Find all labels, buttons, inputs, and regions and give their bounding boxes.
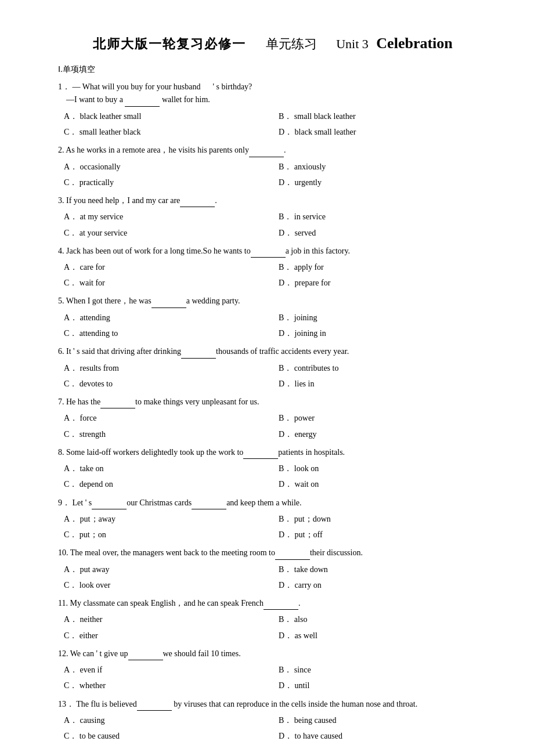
options-row-13-1: C． to be causedD． to have caused	[58, 729, 488, 743]
question-11: 11. My classmate can speak English，and h…	[58, 597, 488, 643]
question-2: 2. As he works in a remote area，he visit…	[58, 144, 488, 190]
question-5: 5. When I got there，he was a wedding par…	[58, 295, 488, 341]
options-row-6-0: A． results fromB． contributes to	[58, 361, 488, 375]
option-4-0-left: A． care for	[58, 260, 273, 274]
option-7-1-left: C． strength	[58, 427, 273, 442]
option-10-1-left: C． look over	[58, 578, 273, 592]
option-7-1-right: D． energy	[273, 427, 488, 442]
option-6-1-left: C． devotes to	[58, 377, 273, 391]
title-celebration: Celebration	[376, 35, 452, 52]
title-section: 北师大版一轮复习必修一 单元练习 Unit 3 Celebration	[58, 35, 488, 53]
question-text-11: 11. My classmate can speak English，and h…	[58, 597, 488, 610]
option-12-1-left: C． whether	[58, 678, 273, 693]
options-row-7-1: C． strengthD． energy	[58, 427, 488, 442]
question-text-6: 6. It ' s said that driving after drinki…	[58, 345, 488, 358]
q-num-7: 7.	[58, 397, 64, 406]
option-2-1-left: C． practically	[58, 175, 273, 190]
option-9-0-right: B． put；down	[273, 512, 488, 526]
options-row-11-1: C． eitherD． as well	[58, 628, 488, 643]
option-3-1-right: D． served	[273, 226, 488, 240]
options-row-9-0: A． put；awayB． put；down	[58, 512, 488, 526]
question-text-1: 1． — What will you buy for your husband …	[58, 81, 488, 107]
question-text-12: 12. We can ' t give up we should fail 10…	[58, 648, 488, 660]
title-sub: 单元练习	[266, 37, 317, 51]
options-row-1-1: C． small leather blackD． black small lea…	[58, 125, 488, 139]
option-1-1-right: D． black small leather	[273, 125, 488, 139]
q-num-4: 4.	[58, 247, 64, 255]
question-9: 9． Let ' s our Christmas cards and keep …	[58, 497, 488, 542]
option-2-1-right: D． urgently	[273, 175, 488, 190]
options-row-3-1: C． at your serviceD． served	[58, 226, 488, 240]
option-4-0-right: B． apply for	[273, 260, 488, 274]
question-text-7: 7. He has the to make things very unplea…	[58, 396, 488, 408]
option-11-0-left: A． neither	[58, 612, 273, 627]
question-text-4: 4. Jack has been out of work for a long …	[58, 245, 488, 258]
q-num-2: 2.	[58, 146, 64, 154]
option-3-0-right: B． in service	[273, 209, 488, 224]
options-row-6-1: C． devotes toD． lies in	[58, 377, 488, 391]
option-6-0-right: B． contributes to	[273, 361, 488, 375]
options-row-1-0: A． black leather smallB． small black lea…	[58, 109, 488, 124]
question-6: 6. It ' s said that driving after drinki…	[58, 345, 488, 391]
option-1-0-left: A． black leather small	[58, 109, 273, 124]
option-13-0-right: B． being caused	[273, 713, 488, 728]
options-row-3-0: A． at my serviceB． in service	[58, 209, 488, 224]
option-11-1-left: C． either	[58, 628, 273, 643]
options-row-9-1: C． put；onD． put；off	[58, 527, 488, 542]
section-header: Ⅰ.单项填空	[58, 64, 488, 75]
option-4-1-right: D． prepare for	[273, 276, 488, 290]
option-1-0-right: B． small black leather	[273, 109, 488, 124]
options-row-10-0: A． put awayB． take down	[58, 562, 488, 577]
option-6-0-left: A． results from	[58, 361, 273, 375]
options-row-11-0: A． neitherB． also	[58, 612, 488, 627]
options-row-2-0: A． occasionallyB． anxiously	[58, 160, 488, 174]
q-num-12: 12.	[58, 649, 68, 658]
option-11-0-right: B． also	[273, 612, 488, 627]
q13-num: 13．	[58, 700, 74, 708]
q9-num: 9．	[58, 498, 70, 507]
options-row-8-0: A． take onB． look on	[58, 461, 488, 476]
option-5-0-right: B． joining	[273, 310, 488, 325]
q-num-5: 5.	[58, 296, 64, 305]
option-8-0-left: A． take on	[58, 461, 273, 476]
question-13: 13． The flu is believed by viruses that …	[58, 698, 488, 744]
options-row-5-1: C． attending toD． joining in	[58, 326, 488, 341]
option-8-1-left: C． depend on	[58, 477, 273, 491]
options-row-2-1: C． practicallyD． urgently	[58, 175, 488, 190]
option-13-0-left: A． causing	[58, 713, 273, 728]
option-10-0-right: B． take down	[273, 562, 488, 577]
options-row-12-1: C． whetherD． until	[58, 678, 488, 693]
title-unit: Unit 3	[336, 37, 369, 51]
question-text-9: 9． Let ' s our Christmas cards and keep …	[58, 497, 488, 509]
option-8-1-right: D． wait on	[273, 477, 488, 491]
option-7-0-right: B． power	[273, 411, 488, 425]
option-12-0-left: A． even if	[58, 663, 273, 677]
option-1-1-left: C． small leather black	[58, 125, 273, 139]
question-text-8: 8. Some laid-off workers delightedly too…	[58, 446, 488, 459]
question-3: 3. If you need help，I and my car are .A．…	[58, 194, 488, 240]
option-7-0-left: A． force	[58, 411, 273, 425]
option-12-0-right: B． since	[273, 663, 488, 677]
option-13-1-left: C． to be caused	[58, 729, 273, 743]
option-2-0-left: A． occasionally	[58, 160, 273, 174]
option-3-1-left: C． at your service	[58, 226, 273, 240]
options-row-10-1: C． look overD． carry on	[58, 578, 488, 592]
option-10-0-left: A． put away	[58, 562, 273, 577]
option-9-1-right: D． put；off	[273, 527, 488, 542]
question-1: 1． — What will you buy for your husband …	[58, 81, 488, 139]
question-8: 8. Some laid-off workers delightedly too…	[58, 446, 488, 492]
option-4-1-left: C． wait for	[58, 276, 273, 290]
question-4: 4. Jack has been out of work for a long …	[58, 245, 488, 291]
q-num-8: 8.	[58, 448, 64, 457]
q-num-3: 3.	[58, 196, 64, 205]
question-text-13: 13． The flu is believed by viruses that …	[58, 698, 488, 711]
option-6-1-right: D． lies in	[273, 377, 488, 391]
option-9-0-left: A． put；away	[58, 512, 273, 526]
question-text-5: 5. When I got there，he was a wedding par…	[58, 295, 488, 308]
question-text-3: 3. If you need help，I and my car are .	[58, 194, 488, 207]
option-12-1-right: D． until	[273, 678, 488, 693]
q-num-10: 10.	[58, 548, 68, 557]
option-5-0-left: A． attending	[58, 310, 273, 325]
questions-container: 1． — What will you buy for your husband …	[58, 81, 488, 743]
option-13-1-right: D． to have caused	[273, 729, 488, 743]
